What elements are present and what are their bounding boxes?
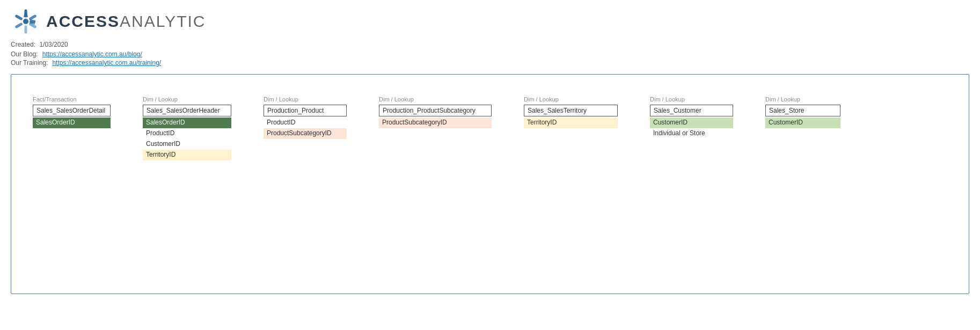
svg-point-9 xyxy=(23,19,28,24)
blog-label: Our Blog: xyxy=(11,50,38,58)
logo-light: ANALYTIC xyxy=(120,12,206,30)
field-2-0: ProductID xyxy=(264,118,347,128)
header: ACCESSANALYTIC xyxy=(0,0,980,41)
svg-line-8 xyxy=(17,16,21,19)
diagram-container: Fact/Transaction Sales_SalesOrderDetail … xyxy=(11,74,969,294)
table-name-6[interactable]: Sales_Store xyxy=(765,105,840,116)
blog-link[interactable]: https://accessanalytic.com.au/blog/ xyxy=(42,50,142,58)
field-1-0: SalesOrderID xyxy=(143,118,231,128)
created-label: Created: xyxy=(11,41,35,48)
table-block-sales-salesterritory: Dim / Lookup Sales_SalesTerritory Territ… xyxy=(524,96,618,128)
logo: ACCESSANALYTIC xyxy=(11,6,206,36)
field-6-0: CustomerID xyxy=(765,118,840,128)
table-block-sales-customer: Dim / Lookup Sales_Customer CustomerID I… xyxy=(650,96,733,139)
table-block-sales-order-detail: Fact/Transaction Sales_SalesOrderDetail … xyxy=(33,96,111,128)
table-name-4[interactable]: Sales_SalesTerritory xyxy=(524,105,618,116)
meta-info: Created: 1/03/2020 Our Blog: https://acc… xyxy=(0,41,980,70)
table-block-production-productsubcategory: Dim / Lookup Production_ProductSubcatego… xyxy=(379,96,492,128)
table-name-2[interactable]: Production_Product xyxy=(264,105,347,116)
field-1-1: ProductID xyxy=(143,128,231,139)
field-2-1: ProductSubcategoryID xyxy=(264,128,347,139)
table-name-3[interactable]: Production_ProductSubcategory xyxy=(379,105,492,116)
logo-bold: ACCESS xyxy=(46,12,120,30)
field-3-0: ProductSubcategoryID xyxy=(379,118,492,128)
svg-line-4 xyxy=(31,16,35,19)
table-label-2: Dim / Lookup xyxy=(264,96,347,102)
logo-text: ACCESSANALYTIC xyxy=(46,12,206,31)
table-label-1: Dim / Lookup xyxy=(143,96,231,102)
created-date: 1/03/2020 xyxy=(39,41,68,48)
field-4-0: TerritoryID xyxy=(524,118,618,128)
table-label-4: Dim / Lookup xyxy=(524,96,618,102)
training-row: Our Training: https://accessanalytic.com… xyxy=(11,59,969,67)
table-label-3: Dim / Lookup xyxy=(379,96,492,102)
table-block-sales-order-header: Dim / Lookup Sales_SalesOrderHeader Sale… xyxy=(143,96,231,160)
table-block-production-product: Dim / Lookup Production_Product ProductI… xyxy=(264,96,347,139)
training-link[interactable]: https://accessanalytic.com.au/training/ xyxy=(52,59,161,67)
table-name-0[interactable]: Sales_SalesOrderDetail xyxy=(33,105,111,116)
table-label-5: Dim / Lookup xyxy=(650,96,733,102)
svg-line-5 xyxy=(31,24,35,27)
logo-icon xyxy=(11,6,41,36)
table-label-0: Fact/Transaction xyxy=(33,96,111,102)
field-5-1: Individual or Store xyxy=(650,128,733,139)
created-line: Created: 1/03/2020 xyxy=(11,41,969,48)
tables-row: Fact/Transaction Sales_SalesOrderDetail … xyxy=(22,91,958,160)
svg-line-7 xyxy=(17,24,21,27)
table-name-1[interactable]: Sales_SalesOrderHeader xyxy=(143,105,231,116)
field-5-0: CustomerID xyxy=(650,118,733,128)
table-label-6: Dim / Lookup xyxy=(765,96,840,102)
field-1-2: CustomerID xyxy=(143,139,231,150)
table-name-5[interactable]: Sales_Customer xyxy=(650,105,733,116)
field-1-3: TerritoryID xyxy=(143,150,231,160)
field-0-0: SalesOrderID xyxy=(33,118,111,128)
table-block-sales-store: Dim / Lookup Sales_Store CustomerID xyxy=(765,96,840,128)
blog-row: Our Blog: https://accessanalytic.com.au/… xyxy=(11,50,969,58)
training-label: Our Training: xyxy=(11,59,48,67)
